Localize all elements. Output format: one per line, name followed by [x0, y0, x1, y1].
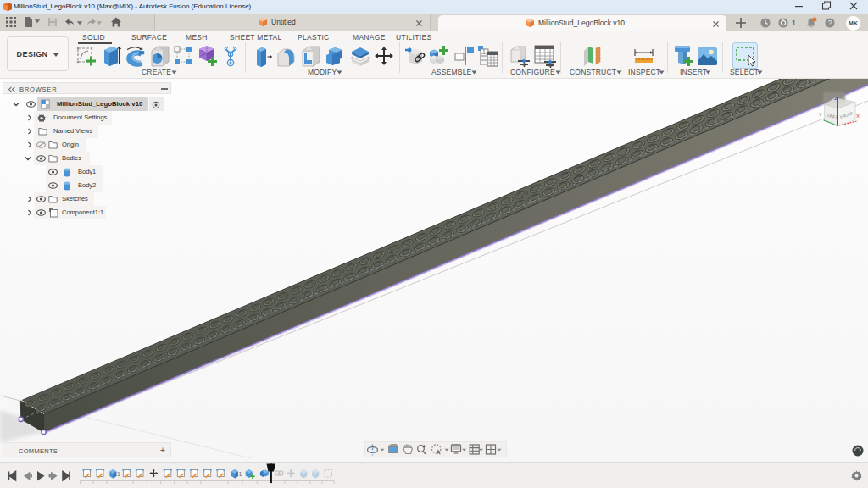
svg-text:X: X [856, 114, 860, 119]
svg-text:1: 1 [239, 471, 242, 477]
svg-text:1: 1 [117, 471, 120, 477]
svg-text:?: ? [828, 19, 832, 27]
svg-text:Y: Y [819, 112, 822, 117]
